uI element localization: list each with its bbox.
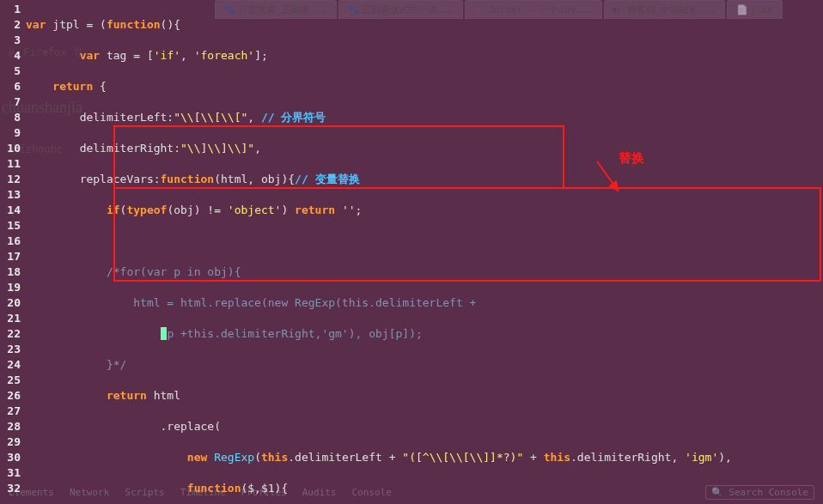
line-gutter: 1234567891011121314151617181920212223242… [0,2,26,504]
code-line: /*for(var p in obj){ [26,264,823,280]
code-line: if(typeof(obj) != 'object') return ''; [26,203,823,218]
code-line: }*/ [26,357,823,373]
code-line [26,234,823,249]
code-line: return html [26,388,823,404]
code-line: replaceVars:function(html, obj){// 变量替换 [26,172,823,187]
code-line: var tag = ['if', 'foreach']; [26,48,823,64]
code-line: function($,$1){ [26,481,823,496]
code-line: html = html.replace(new RegExp(this.deli… [26,295,823,311]
code-line: delimiterRight:"\\]\\]\\]", [26,141,823,156]
code-line: return { [26,79,823,94]
code-line: .replace( [26,419,823,434]
code-line: var jtpl = (function(){ [26,17,823,33]
code-line: delimiterLeft:"\\[\\[\\[", // 分界符号 [26,110,823,125]
svg-line-0 [597,161,619,191]
code-line: p +this.delimiterRight,'gm'), obj[p]); [26,326,823,342]
code-content[interactable]: var jtpl = (function(){ var tag = ['if',… [26,2,823,504]
arrow-icon [593,157,627,200]
code-editor[interactable]: 1234567891011121314151617181920212223242… [0,0,823,504]
code-line: new RegExp(this.delimiterLeft + "([^\\[\… [26,450,823,465]
